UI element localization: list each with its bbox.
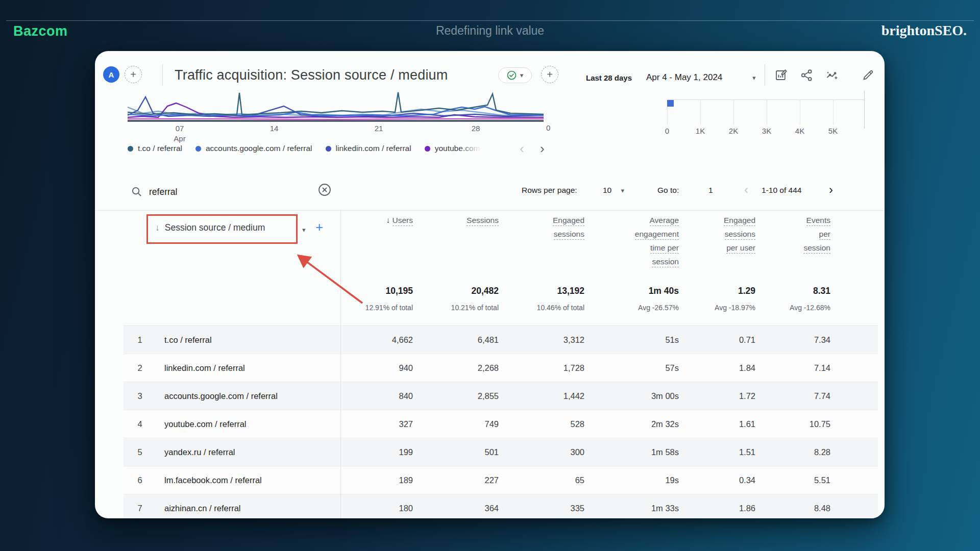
row-avg-engagement-time: 3m 00s xyxy=(584,391,679,401)
total-events-per-session: 8.31 xyxy=(755,286,830,296)
total-avg-time: 1m 40s xyxy=(584,286,679,296)
row-events-per-session: 10.75 xyxy=(755,419,830,429)
chevron-down-icon: ▾ xyxy=(520,72,524,79)
col-header-sessions[interactable]: Sessions xyxy=(413,215,499,270)
col-header-users[interactable]: ↓Users xyxy=(340,215,413,270)
col-header-events-per-session[interactable]: Events per session xyxy=(755,215,830,270)
row-users: 940 xyxy=(340,363,413,373)
row-engaged-sessions-per-user: 1.84 xyxy=(679,363,755,373)
legend-item: linkedin.com / referral xyxy=(326,144,411,153)
row-sessions: 6,481 xyxy=(413,335,499,345)
sort-arrow-icon: ↓ xyxy=(155,222,160,233)
row-sessions: 364 xyxy=(413,504,499,513)
row-number: 3 xyxy=(124,391,156,401)
row-number: 6 xyxy=(124,475,156,485)
legend-label: linkedin.com / referral xyxy=(336,144,411,153)
col-header-avg-engagement-time[interactable]: Average engagement time per session xyxy=(584,215,679,270)
table-totals-row: 10,19512.91% of total 20,48210.21% of to… xyxy=(124,286,878,312)
bar-chart-right-border xyxy=(864,91,865,129)
col-header-engaged-sessions[interactable]: Engaged sessions xyxy=(499,215,584,270)
row-source-medium: aizhinan.cn / referral xyxy=(156,504,340,513)
goto-page-input[interactable]: 1 xyxy=(708,186,713,195)
slide-subtitle: Redefining link value xyxy=(0,24,980,38)
row-engaged-sessions: 335 xyxy=(499,504,584,513)
dimension-header-session-source-medium[interactable]: ↓Session source / medium xyxy=(155,222,265,233)
row-number: 4 xyxy=(124,419,156,429)
chart-legend: t.co / referral accounts.google.com / re… xyxy=(128,144,480,153)
next-page-icon[interactable]: › xyxy=(829,183,833,197)
row-engaged-sessions: 528 xyxy=(499,419,584,429)
prev-page-icon[interactable]: ‹ xyxy=(744,183,748,197)
add-comparison-button[interactable]: + xyxy=(125,66,142,83)
row-users: 199 xyxy=(340,447,413,457)
total-engaged-sub: 10.46% of total xyxy=(499,304,584,312)
x-axis-tick: 07Apr xyxy=(164,123,195,144)
share-icon[interactable] xyxy=(800,68,814,82)
legend-prev-icon[interactable]: ‹ xyxy=(520,142,524,155)
insights-icon[interactable] xyxy=(825,68,839,82)
table-row[interactable]: 1 t.co / referral 4,662 6,481 3,312 51s … xyxy=(124,325,878,354)
avatar[interactable]: A xyxy=(103,66,119,83)
row-source-medium: youtube.com / referral xyxy=(156,419,340,429)
date-preset-label: Last 28 days xyxy=(586,73,632,82)
col-header-engaged-sessions-per-user[interactable]: Engaged sessions per user xyxy=(679,215,755,270)
table-row[interactable]: 4 youtube.com / referral 327 749 528 2m … xyxy=(124,410,878,438)
table-row[interactable]: 5 yandex.ru / referral 199 501 300 1m 58… xyxy=(124,438,878,466)
row-users: 840 xyxy=(340,391,413,401)
total-engaged-sessions: 13,192 xyxy=(499,286,584,296)
total-sessions-sub: 10.21% of total xyxy=(413,304,499,312)
row-events-per-session: 8.48 xyxy=(755,504,830,513)
table-row[interactable]: 3 accounts.google.com / referral 840 2,8… xyxy=(124,382,878,410)
total-sessions: 20,482 xyxy=(413,286,499,296)
report-title: Traffic acquisition: Session source / me… xyxy=(175,67,448,83)
row-number: 2 xyxy=(124,363,156,373)
table-row[interactable]: 7 aizhinan.cn / referral 180 364 335 1m … xyxy=(124,494,878,518)
row-avg-engagement-time: 19s xyxy=(584,475,679,485)
total-avg-sub: Avg -26.57% xyxy=(584,304,679,312)
legend-item: accounts.google.com / referral xyxy=(195,144,312,153)
legend-label: accounts.google.com / referral xyxy=(206,144,312,153)
bar-gridline xyxy=(700,99,701,125)
table-row[interactable]: 6 lm.facebook.com / referral 189 227 65 … xyxy=(124,466,878,494)
row-sessions: 227 xyxy=(413,475,499,485)
add-column-button[interactable]: + xyxy=(315,219,323,235)
legend-item: youtube.com xyxy=(425,144,480,153)
legend-item: t.co / referral xyxy=(128,144,182,153)
row-avg-engagement-time: 57s xyxy=(584,363,679,373)
row-events-per-session: 8.28 xyxy=(755,447,830,457)
row-number: 1 xyxy=(124,335,156,345)
bar-tick-label: 2K xyxy=(729,127,738,135)
date-range-selector[interactable]: Apr 4 - May 1, 2024 xyxy=(646,72,722,83)
row-events-per-session: 5.51 xyxy=(755,475,830,485)
search-input[interactable] xyxy=(148,183,303,201)
add-report-button[interactable]: + xyxy=(541,66,558,83)
row-source-medium: accounts.google.com / referral xyxy=(156,391,340,401)
bar-tick-label: 3K xyxy=(762,127,771,135)
row-events-per-session: 7.74 xyxy=(755,391,830,401)
search-icon xyxy=(131,186,142,197)
legend-next-icon[interactable]: › xyxy=(540,142,545,155)
legend-dot xyxy=(128,146,133,152)
table-row[interactable]: 2 linkedin.com / referral 940 2,268 1,72… xyxy=(124,354,878,382)
report-status-pill[interactable]: ▾ xyxy=(498,67,532,83)
dimension-chevron-down-icon[interactable]: ▾ xyxy=(302,227,306,233)
total-users: 10,195 xyxy=(340,286,413,296)
clear-search-icon[interactable] xyxy=(317,183,332,197)
pagination-range: 1-10 of 444 xyxy=(762,186,801,195)
row-source-medium: linkedin.com / referral xyxy=(156,363,340,373)
bar-gridline xyxy=(833,99,834,125)
y-axis-min-label: 0 xyxy=(546,123,550,132)
row-users: 189 xyxy=(340,475,413,485)
slide: Bazcom Redefining link value brightonSEO… xyxy=(0,0,980,551)
brightonseo-logo: brightonSEO. xyxy=(881,22,967,39)
row-engaged-sessions: 1,728 xyxy=(499,363,584,373)
rows-per-page-select[interactable]: 10 ▾ xyxy=(603,186,624,195)
top-divider xyxy=(6,20,974,21)
customize-report-icon[interactable] xyxy=(774,68,788,82)
bar-tick-label: 1K xyxy=(696,127,705,135)
legend-dot xyxy=(425,146,430,152)
bar-tick-label: 0 xyxy=(665,127,669,135)
rows-per-page-label: Rows per page: xyxy=(522,186,577,195)
edit-pencil-icon[interactable] xyxy=(861,68,875,82)
row-sessions: 2,268 xyxy=(413,363,499,373)
